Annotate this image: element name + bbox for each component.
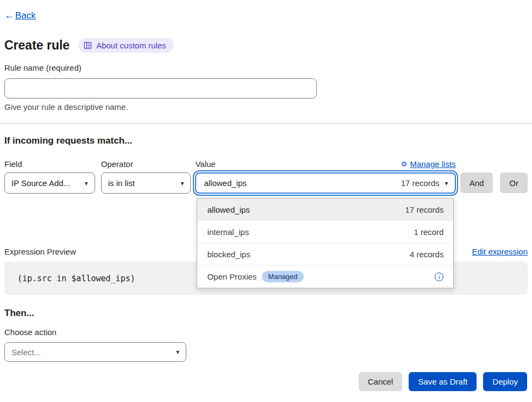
list-item-open-proxies[interactable]: Open Proxies Managed i [197,265,453,288]
edit-expression-link[interactable]: Edit expression [472,247,528,256]
about-custom-rules-link[interactable]: About custom rules [78,38,173,53]
list-item-internal-ips[interactable]: internal_ips 1 record [197,221,453,243]
section-divider [0,123,532,123]
expression-preview-label: Expression Preview [4,247,76,256]
value-select[interactable]: allowed_ips 17 records ▾ [195,172,455,194]
operator-select[interactable]: is in list ▾ [101,172,191,194]
list-item-blocked-ips[interactable]: blocked_ips 4 records [197,243,453,265]
footer-actions: Cancel Save as Draft Deploy [4,372,528,391]
chevron-down-icon: ▾ [180,180,184,187]
chevron-down-icon: ▾ [445,180,448,187]
list-item-name: blocked_ips [207,250,250,259]
rule-name-helper-text: Give your rule a descriptive name. [4,102,528,113]
operator-label: Operator [101,159,133,169]
match-section-heading: If incoming requests match... [4,135,528,147]
operator-select-value: is in list [108,178,135,188]
save-as-draft-button[interactable]: Save as Draft [409,372,477,391]
rule-name-label: Rule name (required) [4,63,528,74]
then-section-heading: Then... [4,308,528,320]
list-item-allowed-ips[interactable]: allowed_ips 17 records [197,199,453,221]
and-button[interactable]: And [460,172,493,193]
action-select[interactable]: Select... ▾ [4,342,186,362]
action-select-placeholder: Select... [11,348,41,357]
field-select[interactable]: IP Source Add... ▾ [4,172,95,194]
deploy-button[interactable]: Deploy [483,372,527,391]
list-item-records: 4 records [410,250,444,259]
manage-lists-link[interactable]: ⚙ Manage lists [401,159,456,169]
or-button[interactable]: Or [500,172,528,193]
value-select-selected: allowed_ips [204,178,246,188]
list-item-name: allowed_ips [207,205,249,214]
value-label: Value [195,159,215,169]
list-item-records: 1 record [414,227,443,237]
page-title: Create rule [4,38,70,53]
manage-lists-label: Manage lists [410,159,455,169]
condition-row: Field IP Source Add... ▾ Operator is in … [4,158,528,194]
chevron-down-icon: ▾ [85,180,88,187]
title-row: Create rule About custom rules [4,37,528,53]
back-link-label: Back [15,10,36,21]
choose-action-label: Choose action [4,327,528,338]
cancel-button[interactable]: Cancel [359,372,403,391]
create-rule-page: ←Back Create rule About custom rules Rul… [0,10,532,391]
list-item-name: internal_ips [207,227,249,237]
back-link[interactable]: ←Back [4,10,36,21]
info-icon[interactable]: i [435,273,443,281]
back-arrow-icon: ← [4,10,14,21]
field-select-value: IP Source Add... [11,178,70,188]
back-row: ←Back [4,10,528,22]
chevron-down-icon: ▾ [176,348,179,356]
value-select-records: 17 records [401,178,440,188]
field-label: Field [4,159,22,169]
about-custom-rules-label: About custom rules [96,41,166,50]
list-item-name: Open Proxies [207,272,256,281]
managed-badge: Managed [262,271,303,282]
list-item-records: 17 records [405,205,444,214]
book-icon [84,41,92,50]
value-dropdown: allowed_ips 17 records internal_ips 1 re… [197,198,454,288]
rule-name-input[interactable] [4,78,317,98]
gear-icon: ⚙ [401,160,408,168]
expression-code: (ip.src in $allowed_ips) [17,274,135,283]
